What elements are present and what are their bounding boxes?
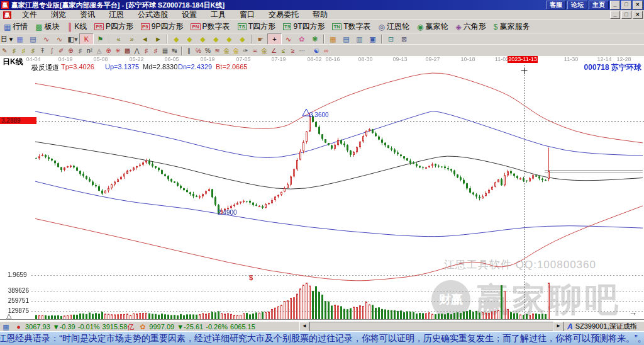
chart-canvas[interactable] bbox=[0, 56, 644, 321]
shade-box-icon[interactable]: ▩ bbox=[123, 46, 132, 55]
nav-prev-icon[interactable]: ◄ bbox=[138, 34, 152, 44]
brush-tool-icon[interactable]: ✑ bbox=[241, 46, 250, 55]
infinity-icon[interactable]: ∞ bbox=[321, 46, 331, 55]
calendar-icon[interactable]: ▦ bbox=[326, 34, 340, 44]
restore-button[interactable]: □ bbox=[621, 1, 631, 9]
chart-area[interactable]: 江恩工具软件 QQ:100800360 财赢 赢家聊吧 日K线 04-0404-… bbox=[0, 56, 644, 322]
quote-grid-icon[interactable]: ▦ bbox=[2, 323, 10, 331]
kline-button[interactable]: ║K线 bbox=[64, 21, 91, 33]
service-button[interactable]: 客服 bbox=[546, 1, 566, 9]
percent-retrace-icon[interactable]: ℅ bbox=[194, 46, 203, 55]
calculator-icon[interactable]: ▤ bbox=[340, 34, 353, 44]
span-tool-icon[interactable]: ↹ bbox=[170, 46, 179, 55]
gann-wheel-button[interactable]: ◎江恩轮 bbox=[374, 21, 413, 33]
menu-item-5[interactable]: 设置 bbox=[175, 9, 204, 20]
szse-index-icon[interactable]: ✿ bbox=[138, 323, 147, 331]
chart-type-icon[interactable]: ▦ bbox=[13, 34, 26, 44]
zoom-in-h-icon[interactable]: ◆ bbox=[183, 34, 196, 44]
save-icon[interactable]: ▣ bbox=[366, 34, 379, 44]
menu-item-0[interactable]: 文件 bbox=[15, 9, 44, 20]
t-square-button[interactable]: TST四方形 bbox=[234, 21, 280, 33]
gann-grid-icon[interactable]: ♯ bbox=[19, 46, 28, 55]
zigzag-tool-icon[interactable]: ∿ bbox=[282, 34, 295, 44]
close-button[interactable]: × bbox=[633, 1, 643, 9]
child-minimize-button[interactable]: _ bbox=[610, 11, 620, 19]
gann-grid2-icon[interactable]: ♯ bbox=[28, 46, 38, 55]
scrollbar-track[interactable] bbox=[309, 322, 553, 331]
menu-item-1[interactable]: 浏览 bbox=[44, 9, 73, 20]
hexagon-button[interactable]: ◈六角形 bbox=[452, 21, 489, 33]
leaf-tool-icon[interactable]: ❃ bbox=[308, 34, 321, 44]
circle-tool-icon[interactable]: ⊕ bbox=[66, 46, 75, 55]
wave-tool-icon[interactable]: ⋀ bbox=[132, 46, 142, 55]
child-close-button[interactable]: × bbox=[633, 11, 643, 19]
trend-small2-icon[interactable]: ∿ bbox=[53, 34, 66, 44]
flower-tool-icon[interactable]: ✿ bbox=[295, 34, 308, 44]
pencil-tool-icon[interactable]: ✎ bbox=[0, 46, 9, 55]
arc-tool-icon[interactable]: ʃ bbox=[47, 46, 57, 55]
quotes-button[interactable]: ▦行情 bbox=[0, 21, 31, 33]
scrollbar-right-arrow[interactable]: ► bbox=[553, 322, 564, 332]
candle-style-icon[interactable]: ◧▾ bbox=[66, 34, 79, 44]
p-square-button[interactable]: PSP四方形 bbox=[91, 21, 137, 33]
crosshair-tool-icon[interactable]: + bbox=[267, 33, 282, 45]
triangle-tool-icon[interactable]: ◬ bbox=[94, 46, 104, 55]
p9-square-button[interactable]: P99P四方形 bbox=[137, 21, 187, 33]
taiji-icon[interactable]: ☯ bbox=[312, 46, 321, 55]
flag-icon[interactable]: ⚑ bbox=[94, 34, 107, 44]
percent-icon[interactable]: % bbox=[203, 46, 213, 55]
t9-square-button[interactable]: T99T四方形 bbox=[279, 21, 328, 33]
target-tool-icon[interactable]: ⊕ bbox=[104, 46, 113, 55]
minimize-button[interactable]: _ bbox=[610, 1, 620, 9]
child-restore-button[interactable]: □ bbox=[621, 11, 631, 19]
sse-index-icon[interactable]: ● bbox=[14, 323, 23, 331]
zoom-out-all-icon[interactable]: ◆ bbox=[236, 34, 249, 44]
menu-item-6[interactable]: 工具 bbox=[204, 9, 233, 20]
steps-tool-icon[interactable]: ⋯ bbox=[297, 46, 307, 55]
sectors-button[interactable]: ▩板块 bbox=[31, 21, 63, 33]
trend-small-icon[interactable]: ∿ bbox=[40, 34, 53, 44]
scrollbar-left-arrow[interactable]: ◄ bbox=[299, 322, 309, 332]
notepad-icon[interactable]: ▥ bbox=[353, 34, 366, 44]
net-tool-icon[interactable]: ⊡ bbox=[384, 34, 397, 44]
marker-tool-icon[interactable]: ✐ bbox=[57, 46, 66, 55]
gold-circle-icon[interactable]: 金 bbox=[222, 46, 231, 55]
gold-box-icon[interactable]: 金 bbox=[260, 46, 269, 55]
column-tool-icon[interactable]: ∥ bbox=[184, 46, 194, 55]
nav-last-icon[interactable]: » bbox=[125, 34, 138, 44]
info-doc-icon[interactable]: ▤ bbox=[26, 34, 40, 44]
gann-fan-icon[interactable]: Ŧ bbox=[38, 46, 47, 55]
horizontal-scrollbar[interactable]: ◄ ► bbox=[299, 322, 564, 331]
ge-tool-icon[interactable]: ≥ bbox=[288, 46, 297, 55]
gann-line-icon[interactable]: ♯ bbox=[9, 46, 19, 55]
winner-service-button[interactable]: $赢家服务 bbox=[490, 21, 534, 33]
period-selector[interactable]: 日 ▾ bbox=[0, 34, 13, 44]
angle-tool-icon[interactable]: ∠ bbox=[269, 46, 279, 55]
forum-button[interactable]: 论坛 bbox=[567, 1, 587, 9]
zoom-in-all-icon[interactable]: ◆ bbox=[223, 34, 236, 44]
grid-tool-icon[interactable]: ♯ bbox=[75, 46, 85, 55]
homepage-button[interactable]: 主页 bbox=[589, 1, 609, 9]
gold-circle2-icon[interactable]: 金 bbox=[231, 46, 241, 55]
pane-toggle-button[interactable]: △ bbox=[6, 312, 11, 320]
square-n-icon[interactable]: n² bbox=[85, 46, 94, 55]
menu-item-3[interactable]: 江恩 bbox=[102, 9, 131, 20]
nav-first-icon[interactable]: « bbox=[112, 34, 125, 44]
menu-item-7[interactable]: 窗口 bbox=[233, 9, 262, 20]
le-tool-icon[interactable]: ≤ bbox=[279, 46, 288, 55]
compress-h-icon[interactable]: ◆ bbox=[209, 34, 223, 44]
menu-item-8[interactable]: 交易委托 bbox=[262, 9, 306, 20]
level-tool-icon[interactable]: ≍ bbox=[250, 46, 260, 55]
p-table-button[interactable]: PNP数字表 bbox=[187, 21, 233, 33]
winner-wheel-button[interactable]: ◉赢家轮 bbox=[413, 21, 452, 33]
zoom-out-h-icon[interactable]: ◆ bbox=[170, 34, 183, 44]
price-grid-icon[interactable]: ♯ bbox=[151, 46, 160, 55]
kline-mode-icon[interactable]: K bbox=[79, 33, 94, 45]
golden-section-icon[interactable]: ≊ bbox=[213, 46, 222, 55]
expand-h-icon[interactable]: ◆ bbox=[196, 34, 209, 44]
box-grid-icon[interactable]: ▦ bbox=[160, 46, 170, 55]
menu-item-4[interactable]: 公式选股 bbox=[131, 9, 175, 20]
hand-tool-icon[interactable]: ☛ bbox=[254, 34, 267, 44]
menu-item-9[interactable]: 帮助 bbox=[306, 9, 335, 20]
t-table-button[interactable]: TNT数字表 bbox=[328, 21, 374, 33]
